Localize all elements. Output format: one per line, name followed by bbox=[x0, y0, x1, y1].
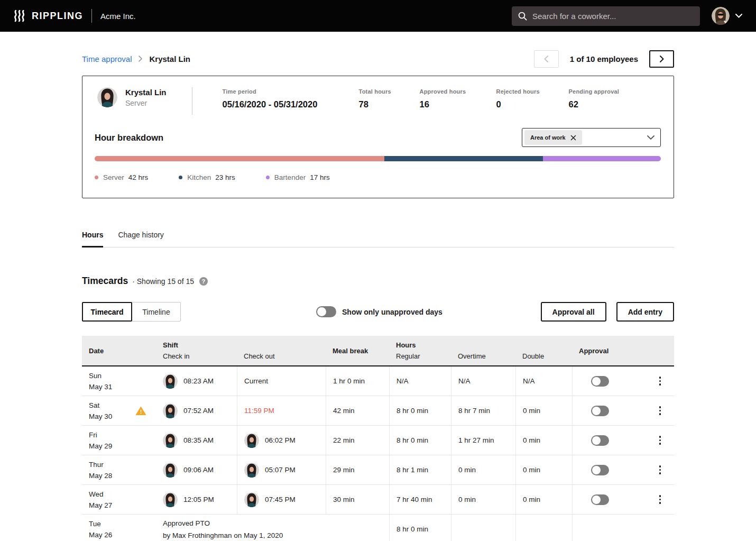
pto-status: Approved PTO bbox=[163, 517, 210, 529]
double-cell: 0 min bbox=[515, 396, 572, 425]
date-day: Fri bbox=[89, 429, 97, 441]
view-timeline-button[interactable]: Timeline bbox=[132, 302, 181, 322]
table-header: Date Shift Check in . Check out Meal bre… bbox=[82, 336, 674, 366]
regular-hours-cell: 7 hr 40 min bbox=[389, 485, 451, 514]
stat-total-hours: Total hours78 bbox=[359, 88, 420, 109]
employee-avatar bbox=[244, 433, 259, 448]
approval-toggle[interactable] bbox=[591, 465, 609, 475]
date-day: Sat bbox=[89, 400, 99, 411]
timecards-subtitle: · Showing 15 of 15 bbox=[132, 277, 194, 286]
tab-chage-history[interactable]: Chage history bbox=[118, 231, 163, 247]
coworker-search[interactable] bbox=[512, 6, 700, 26]
area-of-work-chip[interactable]: Area of work bbox=[524, 130, 582, 145]
stat-approved-hours: Approved hours16 bbox=[420, 88, 496, 109]
chip-remove-icon[interactable] bbox=[570, 135, 576, 141]
col-approval: Approval bbox=[579, 345, 674, 356]
checkout-time: 11:59 PM bbox=[244, 407, 274, 415]
approval-cell bbox=[572, 515, 674, 541]
employee-pager: 1 of 10 employees bbox=[534, 50, 674, 68]
next-employee-button[interactable] bbox=[649, 50, 674, 68]
double-cell: 0 min bbox=[515, 455, 572, 484]
breadcrumb-time-approval[interactable]: Time approval bbox=[82, 54, 132, 63]
date-day: Wed bbox=[89, 489, 104, 500]
legend-item-server: Server42 hrs bbox=[95, 173, 148, 181]
add-entry-button[interactable]: Add entry bbox=[616, 302, 674, 322]
hour-breakdown-legend: Server42 hrsKitchen23 hrsBartender17 hrs bbox=[95, 173, 674, 181]
checkin-time: 07:52 AM bbox=[183, 407, 214, 415]
row-menu-kebab-icon[interactable] bbox=[659, 376, 661, 386]
stat-pending-approval: Pending approval62 bbox=[569, 88, 620, 109]
overtime-cell bbox=[451, 515, 515, 541]
date-cell: WedMay 27 bbox=[82, 485, 156, 514]
approval-cell bbox=[572, 366, 674, 396]
prev-employee-button[interactable] bbox=[534, 50, 559, 68]
date-day: Thur bbox=[89, 459, 104, 470]
approval-toggle[interactable] bbox=[591, 435, 609, 446]
brand-name: RIPPLING bbox=[32, 11, 83, 22]
table-row: FriMay 2908:35 AM06:02 PM22 min8 hr 0 mi… bbox=[82, 426, 674, 455]
view-timecard-button[interactable]: Timecard bbox=[82, 302, 132, 322]
date-day: Sun bbox=[89, 370, 102, 381]
stat-value: 05/16/2020 - 05/31/2020 bbox=[223, 99, 359, 109]
row-menu-kebab-icon[interactable] bbox=[659, 494, 661, 505]
brand-separator bbox=[91, 9, 92, 23]
breadcrumb-chevron-icon bbox=[139, 56, 142, 62]
hour-breakdown-title: Hour breakdown bbox=[95, 133, 163, 143]
row-menu-kebab-icon[interactable] bbox=[659, 435, 661, 445]
employee-avatar bbox=[163, 463, 178, 478]
overtime-cell: 0 min bbox=[451, 485, 515, 514]
col-checkin: Check in bbox=[163, 351, 237, 362]
table-row: ThurMay 2809:06 AM05:07 PM29 min8 hr 1 m… bbox=[82, 455, 674, 485]
checkout-cell: 07:45 PM bbox=[237, 485, 326, 514]
toggle-knob bbox=[592, 436, 601, 445]
overtime-cell: N/A bbox=[451, 366, 515, 396]
col-overtime: Overtime bbox=[458, 351, 515, 362]
stat-value: 62 bbox=[569, 99, 620, 109]
breadcrumb: Time approval Krystal Lin bbox=[82, 54, 190, 63]
overtime-cell: 0 min bbox=[451, 455, 515, 484]
checkin-time: 08:23 AM bbox=[183, 377, 214, 385]
bar-segment-kitchen bbox=[384, 156, 543, 161]
pto-approver: by Max Frothinghman on May 1, 2020 bbox=[163, 529, 283, 541]
stat-value: 16 bbox=[420, 99, 496, 109]
unapproved-days-toggle-label: Show only unapproved days bbox=[342, 308, 442, 316]
checkout-cell: 05:07 PM bbox=[237, 455, 326, 484]
checkin-cell: 09:06 AM bbox=[156, 455, 237, 484]
col-regular: Regular bbox=[396, 351, 451, 362]
search-input[interactable] bbox=[532, 12, 694, 21]
row-menu-kebab-icon[interactable] bbox=[659, 465, 661, 475]
toggle-knob bbox=[592, 466, 601, 474]
employee-avatar bbox=[244, 463, 259, 478]
account-menu-chevron-icon[interactable] bbox=[735, 14, 742, 18]
area-of-work-select[interactable]: Area of work bbox=[522, 128, 661, 147]
date-value: May 27 bbox=[89, 500, 112, 511]
row-menu-kebab-icon[interactable] bbox=[659, 406, 661, 416]
checkout-time: 06:02 PM bbox=[265, 436, 296, 444]
table-body: SunMay 3108:23 AMCurrent1 hr 0 minN/AN/A… bbox=[82, 366, 674, 541]
tab-hours[interactable]: Hours bbox=[82, 231, 103, 247]
bar-segment-server bbox=[95, 156, 384, 161]
approval-toggle[interactable] bbox=[591, 494, 609, 505]
toggle-knob bbox=[592, 407, 601, 415]
user-avatar[interactable] bbox=[712, 7, 730, 25]
table-row: SatMay 3007:52 AM11:59 PM42 min8 hr 0 mi… bbox=[82, 396, 674, 426]
approval-all-button[interactable]: Approval all bbox=[541, 302, 606, 322]
unapproved-days-toggle[interactable] bbox=[316, 306, 336, 317]
approval-toggle[interactable] bbox=[591, 406, 609, 416]
employee-role: Server bbox=[125, 99, 167, 107]
employee-name: Krystal Lin bbox=[125, 88, 167, 97]
hour-breakdown-bar bbox=[95, 156, 661, 161]
double-cell bbox=[515, 515, 572, 541]
legend-dot-icon bbox=[179, 176, 182, 179]
toggle-knob bbox=[592, 496, 601, 504]
select-chevron-down-icon bbox=[647, 135, 654, 140]
card-divider bbox=[192, 87, 192, 115]
stat-value: 0 bbox=[496, 99, 569, 109]
checkin-time: 08:35 AM bbox=[183, 436, 214, 444]
legend-name: Bartender bbox=[274, 173, 306, 181]
help-icon[interactable]: ? bbox=[199, 277, 208, 286]
approval-toggle[interactable] bbox=[591, 376, 609, 387]
tab-bar: HoursChage history bbox=[82, 231, 674, 247]
approval-cell bbox=[572, 485, 674, 514]
toggle-knob bbox=[592, 377, 601, 386]
